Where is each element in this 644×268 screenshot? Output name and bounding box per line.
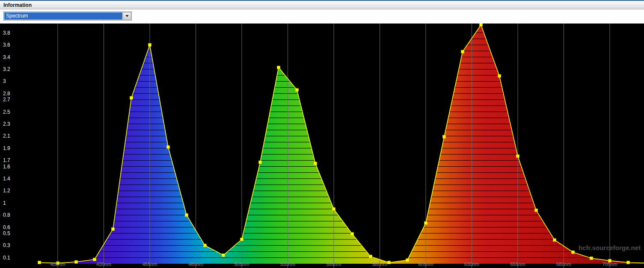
watermark: hcfr.sourceforge.net — [579, 244, 641, 251]
svg-text:2.5: 2.5 — [3, 109, 10, 115]
svg-text:2.1: 2.1 — [3, 133, 10, 139]
svg-text:655nm: 655nm — [510, 262, 525, 267]
combobox-selected-value[interactable]: Spectrum — [4, 12, 122, 20]
svg-text:3.8: 3.8 — [3, 30, 10, 36]
svg-text:2.8: 2.8 — [3, 91, 10, 97]
svg-text:3: 3 — [3, 78, 6, 84]
svg-text:1.2: 1.2 — [3, 188, 10, 194]
svg-text:3.2: 3.2 — [3, 66, 10, 72]
combobox-dropdown-button[interactable] — [123, 12, 131, 20]
svg-text:0.5: 0.5 — [3, 230, 10, 236]
svg-text:2.3: 2.3 — [3, 121, 10, 127]
svg-text:1: 1 — [3, 200, 6, 206]
svg-text:405nm: 405nm — [50, 262, 65, 267]
svg-text:2.7: 2.7 — [3, 97, 10, 103]
svg-text:505nm: 505nm — [234, 262, 249, 267]
svg-text:580nm: 580nm — [372, 262, 387, 267]
spectrum-chart: 3.83.63.43.232.82.72.52.32.11.91.71.61.4… — [0, 24, 644, 268]
svg-text:680nm: 680nm — [556, 262, 571, 267]
spectrum-fill — [39, 25, 644, 264]
information-window: Information Spectrum 3.83.63.43.232.82.7… — [0, 0, 644, 268]
svg-text:480nm: 480nm — [188, 262, 203, 267]
spectrum-svg: 3.83.63.43.232.82.72.52.32.11.91.71.61.4… — [0, 24, 644, 268]
window-title: Information — [3, 2, 32, 8]
chevron-down-icon — [125, 15, 129, 17]
svg-text:630nm: 630nm — [464, 262, 479, 267]
svg-text:605nm: 605nm — [418, 262, 433, 267]
toolbar: Spectrum — [0, 9, 644, 24]
svg-text:1.9: 1.9 — [3, 145, 10, 151]
svg-text:0.6: 0.6 — [3, 224, 10, 230]
view-combobox[interactable]: Spectrum — [3, 12, 132, 21]
svg-text:1.6: 1.6 — [3, 164, 10, 170]
svg-text:430nm: 430nm — [96, 262, 111, 267]
svg-text:1.4: 1.4 — [3, 176, 10, 182]
svg-text:0.1: 0.1 — [3, 255, 10, 261]
svg-text:555nm: 555nm — [326, 262, 341, 267]
svg-text:0.3: 0.3 — [3, 242, 10, 248]
titlebar: Information — [0, 0, 644, 9]
svg-text:455nm: 455nm — [142, 262, 157, 267]
y-axis-labels: 3.83.63.43.232.82.72.52.32.11.91.71.61.4… — [3, 30, 10, 261]
svg-text:1.7: 1.7 — [3, 157, 10, 163]
svg-text:3.4: 3.4 — [3, 54, 10, 60]
svg-text:705nm: 705nm — [602, 262, 617, 267]
svg-text:530nm: 530nm — [280, 262, 295, 267]
svg-text:0.8: 0.8 — [3, 212, 10, 218]
svg-text:3.6: 3.6 — [3, 42, 10, 48]
